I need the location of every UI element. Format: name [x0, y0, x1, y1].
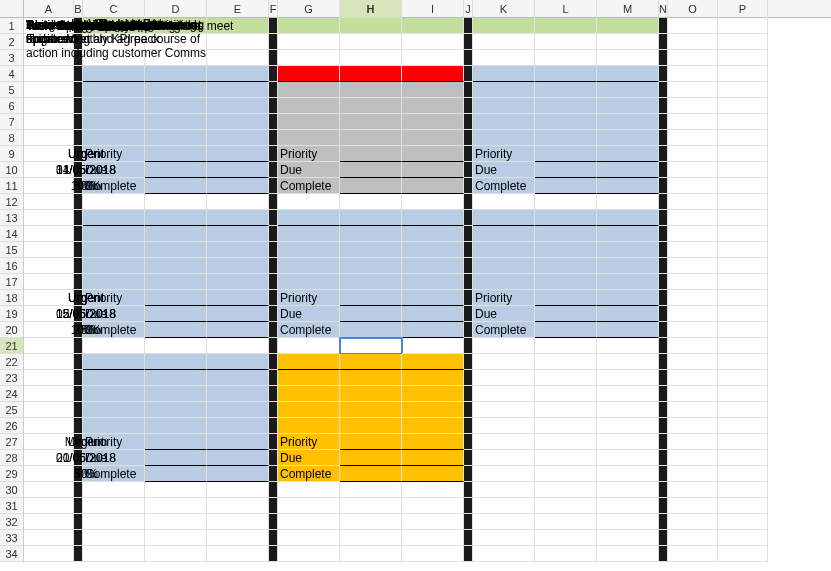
- row-header-8[interactable]: 8: [0, 130, 23, 146]
- card-field-label: Priority: [473, 146, 535, 162]
- card-field-label: Complete: [278, 322, 340, 338]
- grid-area[interactable]: To-doIn Work **5**DoneTask: Write monthl…: [24, 18, 831, 562]
- row-header-34[interactable]: 34: [0, 546, 23, 562]
- row-header-14[interactable]: 14: [0, 226, 23, 242]
- row-headers: 1234567891011121314151617181920212223242…: [0, 18, 24, 562]
- col-header-D[interactable]: D: [145, 0, 207, 18]
- col-header-E[interactable]: E: [207, 0, 269, 18]
- card-field-label: Due: [278, 450, 340, 466]
- row-header-12[interactable]: 12: [0, 194, 23, 210]
- row-header-5[interactable]: 5: [0, 82, 23, 98]
- column-headers: ABCDEFGHIJKLMNOP: [0, 0, 831, 18]
- row-header-27[interactable]: 27: [0, 434, 23, 450]
- row-header-32[interactable]: 32: [0, 514, 23, 530]
- col-header-G[interactable]: G: [278, 0, 340, 18]
- row-header-17[interactable]: 17: [0, 274, 23, 290]
- row-header-24[interactable]: 24: [0, 386, 23, 402]
- active-cell[interactable]: [340, 338, 402, 354]
- col-header-H[interactable]: H: [340, 0, 402, 18]
- card-field-label: Due: [278, 162, 340, 178]
- row-header-19[interactable]: 19: [0, 306, 23, 322]
- corner[interactable]: [0, 0, 24, 17]
- col-header-F[interactable]: F: [269, 0, 278, 18]
- card-field-label: Complete: [473, 178, 535, 194]
- row-header-11[interactable]: 11: [0, 178, 23, 194]
- col-header-L[interactable]: L: [535, 0, 597, 18]
- row-header-18[interactable]: 18: [0, 290, 23, 306]
- spreadsheet[interactable]: ABCDEFGHIJKLMNOP 12345678910111213141516…: [0, 0, 831, 571]
- col-header-M[interactable]: M: [597, 0, 659, 18]
- card-field-value: 50%: [24, 466, 148, 482]
- row-header-28[interactable]: 28: [0, 450, 23, 466]
- row-header-16[interactable]: 16: [0, 258, 23, 274]
- row-header-26[interactable]: 26: [0, 418, 23, 434]
- card-field-label: Complete: [473, 322, 535, 338]
- col-header-O[interactable]: O: [668, 0, 718, 18]
- row-header-9[interactable]: 9: [0, 146, 23, 162]
- card-field-value: 20/05/2018: [24, 450, 148, 466]
- col-header-I[interactable]: I: [402, 0, 464, 18]
- col-header-K[interactable]: K: [473, 0, 535, 18]
- row-header-2[interactable]: 2: [0, 34, 23, 50]
- card-field-label: Priority: [278, 146, 340, 162]
- row-header-3[interactable]: 3: [0, 50, 23, 66]
- card-field-value: Urgent: [24, 146, 148, 162]
- card-field-label: Priority: [473, 290, 535, 306]
- col-header-J[interactable]: J: [464, 0, 473, 18]
- row-header-31[interactable]: 31: [0, 498, 23, 514]
- card-field-value: 100%: [24, 322, 148, 338]
- col-header-N[interactable]: N: [659, 0, 668, 18]
- row-header-23[interactable]: 23: [0, 370, 23, 386]
- row-header-21[interactable]: 21: [0, 338, 23, 354]
- card-field-label: Due: [278, 306, 340, 322]
- row-header-4[interactable]: 4: [0, 66, 23, 82]
- row-header-15[interactable]: 15: [0, 242, 23, 258]
- row-header-30[interactable]: 30: [0, 482, 23, 498]
- card-field-label: Complete: [278, 466, 340, 482]
- row-header-6[interactable]: 6: [0, 98, 23, 114]
- card-field-label: Due: [473, 162, 535, 178]
- row-header-22[interactable]: 22: [0, 354, 23, 370]
- card-field-value: 100%: [24, 178, 148, 194]
- row-header-13[interactable]: 13: [0, 210, 23, 226]
- col-header-A[interactable]: A: [24, 0, 74, 18]
- card-field-label: Priority: [278, 434, 340, 450]
- card-field-value: Urgent: [24, 290, 148, 306]
- col-header-B[interactable]: B: [74, 0, 83, 18]
- row-header-33[interactable]: 33: [0, 530, 23, 546]
- col-header-P[interactable]: P: [718, 0, 768, 18]
- col-header-C[interactable]: C: [83, 0, 145, 18]
- card-field-label: Complete: [278, 178, 340, 194]
- card-field-label: Priority: [278, 290, 340, 306]
- card-field-value: Medium: [24, 434, 148, 450]
- row-header-20[interactable]: 20: [0, 322, 23, 338]
- card-desc: Review part failure with Engineering and…: [26, 18, 208, 60]
- row-header-7[interactable]: 7: [0, 114, 23, 130]
- card-field-label: Due: [473, 306, 535, 322]
- card-field-value: 02/05/2018: [24, 306, 148, 322]
- row-header-25[interactable]: 25: [0, 402, 23, 418]
- row-header-29[interactable]: 29: [0, 466, 23, 482]
- row-header-1[interactable]: 1: [0, 18, 23, 34]
- card-field-value: 01/05/2018: [24, 162, 148, 178]
- row-header-10[interactable]: 10: [0, 162, 23, 178]
